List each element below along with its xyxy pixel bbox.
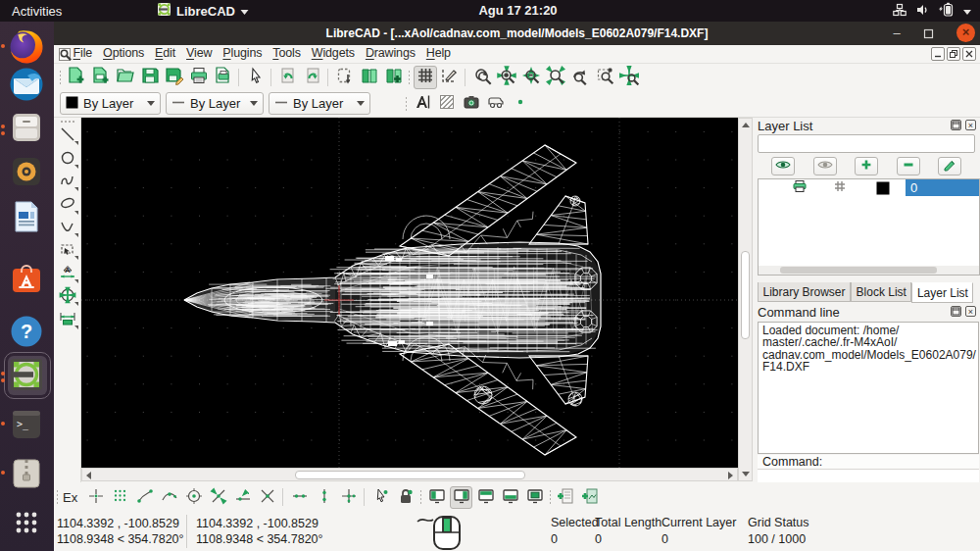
snap-block-new-button[interactable] xyxy=(555,486,577,509)
eye-closed-button[interactable] xyxy=(813,157,837,175)
snap-block-new-from-file-button[interactable] xyxy=(579,486,602,509)
pen-combo-0[interactable]: By Layer xyxy=(60,92,161,115)
tool-select-entity-button[interactable] xyxy=(56,239,79,262)
horizontal-scrollbar-thumb[interactable] xyxy=(295,471,525,479)
horizontal-scrollbar[interactable] xyxy=(81,468,738,481)
tb-block-book-add-button[interactable] xyxy=(382,66,406,89)
snap-restrict-vertical-button[interactable] xyxy=(313,486,335,509)
menu-tools[interactable]: Tools xyxy=(268,44,306,64)
layer-table[interactable]: 0 xyxy=(758,178,980,276)
tb-redo-button[interactable] xyxy=(301,66,324,89)
mdi-close-button[interactable] xyxy=(962,47,976,61)
eye-open-button[interactable] xyxy=(771,157,795,175)
layer-remove-button[interactable] xyxy=(897,157,920,175)
snap-dock-area-bottom-button[interactable] xyxy=(499,486,521,509)
snap-dock-area-top-button[interactable] xyxy=(474,486,497,509)
tb-zoom-window-button[interactable] xyxy=(593,66,616,89)
mdi-minimize-button[interactable] xyxy=(931,47,945,61)
tb-save-as-button[interactable] xyxy=(163,66,186,89)
snap-lock-relative-zero-button[interactable] xyxy=(394,486,416,509)
tb-pointer-button[interactable] xyxy=(244,66,268,89)
snap-restrict-orthogonal-button[interactable] xyxy=(337,486,360,509)
window-titlebar[interactable]: LibreCAD - [...xAoI/cadnav.com_model/Mod… xyxy=(54,22,980,45)
tool-spline-button[interactable] xyxy=(56,171,79,193)
pen-image-button[interactable] xyxy=(460,92,483,116)
layer-list-close-button[interactable]: × xyxy=(965,120,976,130)
drawing-canvas[interactable] xyxy=(81,118,738,468)
layer-color-cell[interactable] xyxy=(860,179,906,196)
tool-dimension-button[interactable]: A xyxy=(56,262,79,284)
command-line-float-button[interactable] xyxy=(951,306,961,317)
tb-zoom-in-button[interactable] xyxy=(495,66,518,89)
layer-row[interactable]: 0 xyxy=(759,179,979,196)
pen-point-dot-button[interactable] xyxy=(509,92,532,116)
layer-visibility-cell[interactable] xyxy=(759,179,780,196)
snap-snap-center-button[interactable] xyxy=(182,486,205,509)
dock-item-rhythmbox[interactable] xyxy=(8,153,47,192)
dock-item-software[interactable] xyxy=(8,261,47,300)
tool-ellipse-button[interactable] xyxy=(56,193,79,216)
layer-table-hscroll-thumb[interactable] xyxy=(780,267,937,274)
tb-undo-button[interactable] xyxy=(276,66,300,89)
tab-block-list[interactable]: Block List xyxy=(851,282,911,302)
tb-doc-new-button[interactable] xyxy=(65,66,88,89)
snap-dock-area-left-button[interactable] xyxy=(425,486,448,509)
snap-snap-grid-button[interactable] xyxy=(109,486,131,509)
snap-snap-endpoint-button[interactable] xyxy=(133,486,156,509)
menu-help[interactable]: Help xyxy=(420,44,456,64)
tb-zoom-redraw-button[interactable] xyxy=(470,66,494,89)
menu-plugins[interactable]: Plugins xyxy=(218,44,268,64)
layer-list-float-button[interactable] xyxy=(951,120,961,130)
menu-drawings[interactable]: Drawings xyxy=(360,44,420,64)
clock[interactable]: Agu 17 21:20 xyxy=(457,0,579,22)
dock-item-archive[interactable] xyxy=(8,455,47,494)
mdi-restore-button[interactable] xyxy=(947,47,960,61)
layer-print-cell[interactable] xyxy=(780,179,819,196)
pen-hatch-button[interactable] xyxy=(435,92,459,116)
tb-print-preview-button[interactable] xyxy=(212,66,235,89)
pen-mtext-button[interactable] xyxy=(411,92,434,116)
layer-edit-button[interactable] xyxy=(938,157,961,175)
system-tray[interactable] xyxy=(893,0,972,22)
tb-doc-new-template-button[interactable] xyxy=(89,66,113,89)
tool-line-button[interactable] xyxy=(56,125,79,147)
tool-measure-button[interactable] xyxy=(56,308,79,330)
dock-item-writer[interactable] xyxy=(8,198,47,237)
tb-ortho-draft-button[interactable] xyxy=(438,66,462,89)
layer-construction-cell[interactable] xyxy=(819,179,860,196)
menu-file[interactable]: File xyxy=(68,44,98,64)
menu-widgets[interactable]: Widgets xyxy=(306,44,360,64)
snap-set-relative-zero-button[interactable] xyxy=(369,486,392,509)
command-line-close-button[interactable]: × xyxy=(965,306,976,317)
layer-filter-input[interactable] xyxy=(758,134,975,153)
vertical-scrollbar-thumb[interactable] xyxy=(741,251,750,339)
tab-layer-list[interactable]: Layer List xyxy=(911,282,973,303)
layer-name-cell[interactable]: 0 xyxy=(906,179,979,196)
pen-combo-2[interactable]: By Layer xyxy=(269,92,370,115)
restore-button[interactable] xyxy=(915,22,941,45)
close-button[interactable]: × xyxy=(956,24,976,43)
dock-item-help[interactable]: ? xyxy=(8,313,47,352)
tb-zoom-out-button[interactable] xyxy=(519,66,543,89)
tool-circle-button[interactable] xyxy=(56,147,79,170)
snap-dock-area-float-button[interactable] xyxy=(523,486,546,509)
vertical-scrollbar[interactable] xyxy=(738,118,753,481)
snap-dock-area-right-button[interactable] xyxy=(450,486,472,509)
exclusive-snap-label[interactable]: Ex xyxy=(63,490,77,505)
focused-app-menu[interactable]: LibreCAD xyxy=(157,0,249,22)
dock-item-appgrid[interactable] xyxy=(8,504,47,543)
tool-polyline-button[interactable] xyxy=(56,217,79,239)
tb-block-book-button[interactable] xyxy=(358,66,381,89)
tab-library-browser[interactable]: Library Browser xyxy=(758,282,851,302)
tb-grid-toggle-button[interactable] xyxy=(414,66,437,89)
dock-item-librecad[interactable] xyxy=(8,356,47,395)
menu-view[interactable]: View xyxy=(181,44,218,64)
tb-paste-select-button[interactable] xyxy=(333,66,357,89)
layer-add-button[interactable] xyxy=(855,157,878,175)
snap-snap-free-button[interactable] xyxy=(84,486,107,509)
snap-snap-distance-button[interactable] xyxy=(231,486,254,509)
dock-item-thunderbird[interactable] xyxy=(8,66,47,105)
tb-open-button[interactable] xyxy=(114,66,137,89)
tb-zoom-auto-button[interactable] xyxy=(544,66,567,89)
menu-options[interactable]: Options xyxy=(98,44,150,64)
